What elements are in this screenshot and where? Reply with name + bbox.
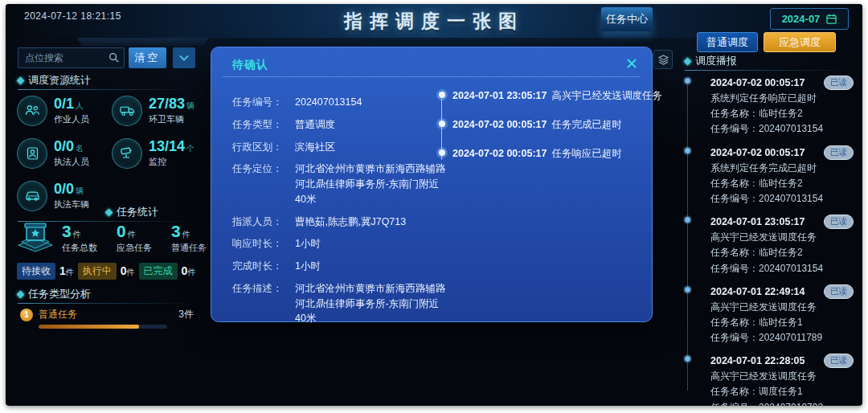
analysis-bar-track [39, 325, 167, 329]
analysis-label: 普通任务 [39, 308, 173, 321]
date-value: 2024-07 [782, 13, 821, 25]
timeline-entry: 2024-07-01 23:05:17高兴宇已经发送调度任务 [439, 89, 641, 103]
stat-value: 0/0 [54, 138, 74, 154]
modal-fields: 任务编号：202407013154 任务类型：普通调度 行政区划：滨海社区 任务… [232, 88, 448, 326]
broadcast-item[interactable]: 2024-07-02 00:05:17 已读 系统判定任务响应已超时 任务名称：… [685, 75, 854, 136]
item-no: 任务编号：202407013154 [710, 122, 854, 135]
stat-label: 监控 [149, 156, 194, 168]
stat-cameras: 13/14个监控 [112, 132, 207, 174]
section-title: 任务统计 [117, 205, 158, 219]
analysis-row: 1 普通任务 3件 [20, 308, 194, 329]
diamond-icon [105, 208, 113, 216]
item-name: 任务名称：临时任务1 [710, 316, 854, 329]
stat-unit: 件 [73, 230, 81, 239]
field-task-type: 任务类型：普通调度 [232, 117, 448, 133]
timeline-dot [439, 121, 445, 127]
stat-enforcement-staff: 0/0名执法人员 [17, 132, 112, 174]
timeline-dot [685, 287, 690, 292]
analysis-bar-fill [39, 325, 139, 329]
dispatch-broadcast-list: 2024-07-02 00:05:17 已读 系统判定任务响应已超时 任务名称：… [685, 75, 854, 406]
stat-unit: 个 [186, 144, 194, 153]
section-title: 任务类型分析 [28, 287, 91, 301]
task-status-row: 待接收 1件 执行中 0件 已完成 0件 [17, 263, 195, 280]
item-name: 任务名称：临时任务2 [710, 246, 854, 259]
rank-badge: 1 [20, 309, 33, 321]
diamond-icon [17, 76, 25, 84]
status-count: 0件 [182, 264, 196, 278]
page-title: 指挥调度一张图 [6, 9, 862, 34]
search-input[interactable] [18, 47, 125, 68]
stat-value: 0/1 [54, 96, 74, 112]
pending-confirmation-modal: 待确认 任务编号：202407013154 任务类型：普通调度 行政区划：滨海社… [211, 47, 653, 322]
item-time: 2024-07-01 22:28:05 [710, 355, 805, 366]
item-message: 系统判定任务响应已超时 [710, 92, 854, 104]
read-badge: 已读 [824, 354, 854, 368]
emergency-dispatch-button[interactable]: 应急调度 [764, 32, 836, 52]
read-badge: 已读 [824, 215, 854, 229]
timeline-dot [685, 356, 690, 362]
read-badge: 已读 [824, 145, 854, 160]
stat-unit: 件 [182, 230, 190, 239]
stat-task-emergency: 0件 应急任务 [117, 222, 163, 254]
item-message: 系统判定任务完成已超时 [710, 162, 854, 174]
broadcast-item[interactable]: 2024-07-01 22:28:05 已读 高兴宇已经发送调度任务 任务名称：… [685, 353, 854, 406]
field-response-duration: 响应时长：1小时 [232, 236, 448, 251]
stat-unit: 件 [128, 230, 136, 239]
section-resource-stats: 调度资源统计 [18, 73, 196, 88]
modal-title-divider [223, 76, 641, 77]
stat-value: 0/0 [54, 181, 74, 197]
broadcast-item[interactable]: 2024-07-01 23:05:17 已读 高兴宇已经发送调度任务 任务名称：… [685, 214, 854, 275]
status-count: 1件 [59, 264, 74, 278]
stat-unit: 名 [76, 144, 84, 153]
status-chip-pending: 待接收 [17, 263, 55, 280]
item-no: 任务编号：202407011789 [710, 331, 854, 344]
item-time: 2024-07-01 23:05:17 [710, 216, 805, 227]
task-center-tab[interactable]: 任务中心 [601, 7, 653, 31]
stat-unit: 辆 [76, 186, 84, 195]
read-badge: 已读 [824, 284, 854, 299]
stat-label: 执法人员 [54, 156, 89, 168]
stat-label: 应急任务 [117, 242, 163, 254]
workers-icon [17, 96, 47, 126]
timeline-entry: 2024-07-02 00:05:17任务响应已超时 [439, 147, 641, 161]
item-time: 2024-07-02 00:05:17 [710, 147, 805, 158]
officer-icon [17, 138, 47, 169]
broadcast-item[interactable]: 2024-07-02 00:05:17 已读 系统判定任务完成已超时 任务名称：… [685, 145, 854, 206]
chevron-down-icon [179, 55, 189, 61]
camera-icon [112, 138, 142, 169]
date-picker[interactable]: 2024-07 [770, 8, 849, 30]
section-divider [685, 70, 852, 71]
item-no: 任务编号：202407010702 [710, 401, 854, 406]
field-task-no: 任务编号：202407013154 [232, 95, 448, 110]
normal-dispatch-button[interactable]: 普通调度 [697, 32, 758, 52]
truck-icon [112, 96, 142, 126]
stat-value: 0 [117, 222, 126, 240]
stat-sanitation-vehicles: 27/83辆环卫车辆 [112, 89, 207, 132]
timeline-entry: 2024-07-02 00:05:17任务完成已超时 [439, 118, 641, 132]
calendar-icon [826, 14, 837, 24]
stat-value: 27/83 [149, 96, 185, 112]
collapse-button[interactable] [173, 47, 195, 68]
task-stats-row: 3件 任务总数 0件 应急任务 3件 普通任务 [17, 221, 218, 255]
field-location: 任务定位：河北省沧州市黄骅市新海西路辅路河北鼎佳律师事务所-东南门附近40米 [232, 162, 448, 206]
field-district: 行政区划：滨海社区 [232, 140, 448, 155]
clear-button[interactable]: 清空 [129, 47, 166, 68]
task-box-icon [17, 221, 54, 255]
stat-value: 3 [62, 222, 72, 240]
item-name: 任务名称：调度任务1 [710, 385, 854, 398]
dashboard-screen: 2024-07-12 18:21:15 指挥调度一张图 任务中心 2024-07… [6, 4, 862, 406]
timeline-dot [685, 148, 690, 153]
timeline-dot [439, 92, 445, 98]
broadcast-item[interactable]: 2024-07-01 22:49:14 已读 高兴宇已经发送调度任务 任务名称：… [685, 284, 854, 345]
timeline-dot [439, 149, 445, 156]
modal-title: 待确认 [232, 58, 268, 72]
field-assignees: 指派人员：曹艳茹,陈志鹏,冀J7Q713 [232, 215, 448, 230]
layers-icon [658, 55, 669, 65]
map-layers-button[interactable] [653, 50, 673, 69]
modal-timeline: 2024-07-01 23:05:17高兴宇已经发送调度任务 2024-07-0… [439, 89, 641, 176]
stat-label: 作业人员 [54, 113, 89, 125]
close-icon[interactable] [624, 56, 639, 71]
section-title: 调度资源统计 [28, 73, 91, 88]
stat-label: 任务总数 [62, 242, 108, 254]
item-time: 2024-07-02 00:05:17 [710, 77, 805, 88]
